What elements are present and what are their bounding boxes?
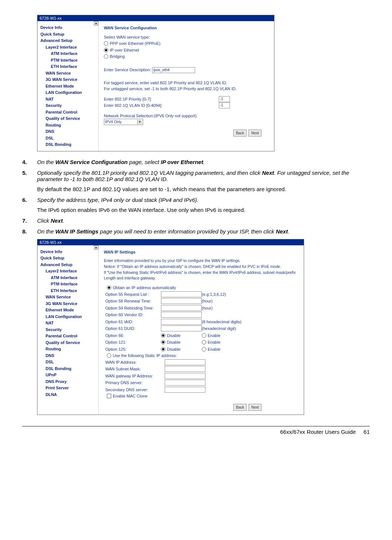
instruction-list: 4. On the WAN Service Configuration page… [22, 159, 370, 235]
wan-gw-label: WAN gateway IP Address: [105, 373, 165, 379]
sidebar-item[interactable]: ETH Interface [51, 288, 96, 294]
opt121-label: Option 121: [105, 339, 161, 346]
wan-ip-input[interactable] [165, 359, 205, 365]
step-number: 4. [22, 159, 37, 165]
sidebar-item[interactable]: Quality of Service [46, 340, 96, 346]
sidebar-item[interactable]: Security [46, 102, 96, 109]
sidebar-item[interactable]: Parental Control [46, 109, 96, 115]
radio-obtain-auto-label: Obtain an IP address automatically [113, 285, 176, 291]
back-button[interactable]: Back [233, 404, 247, 411]
sidebar-item[interactable]: DSL Bonding [46, 141, 96, 148]
back-button[interactable]: Back [233, 130, 247, 137]
sidebar-item[interactable]: Quality of Service [46, 115, 96, 122]
opt58-input[interactable] [161, 298, 202, 304]
opt61d-input[interactable] [161, 325, 202, 331]
radio-obtain-auto[interactable] [107, 285, 111, 290]
sidebar-item[interactable]: DNS [46, 353, 96, 359]
dns2-input[interactable] [165, 387, 205, 393]
step-number: 6. [22, 197, 37, 203]
opt125-disable-radio[interactable] [161, 347, 165, 351]
sidebar-item[interactable]: UPnP [46, 372, 96, 378]
dns1-label: Primary DNS server: [105, 380, 165, 386]
page-number: 61 [363, 429, 370, 435]
opt58-hint: (hour) [202, 298, 246, 304]
sidebar-item[interactable]: Device Info [40, 249, 96, 255]
mac-clone-checkbox[interactable] [107, 394, 111, 398]
wan-gw-input[interactable] [165, 373, 205, 379]
sidebar-item[interactable]: NAT [46, 96, 96, 102]
step-number: 7. [22, 217, 37, 224]
next-button[interactable]: Next [248, 404, 261, 411]
wan-mask-input[interactable] [165, 366, 205, 372]
sidebar-item[interactable]: Quick Setup [40, 255, 96, 261]
sidebar-item[interactable]: Security [46, 327, 96, 333]
sidebar-item[interactable]: Ethernet Mode [46, 307, 96, 313]
sidebar-item[interactable]: DSL [46, 359, 96, 365]
dns1-input[interactable] [165, 380, 205, 386]
sidebar-item[interactable]: Layer2 Interface [46, 44, 96, 50]
sidebar-item[interactable]: 3G WAN Service [46, 76, 96, 83]
sidebar-item[interactable]: Ethernet Mode [46, 83, 96, 89]
sidebar-item[interactable]: PTM Interface [51, 57, 96, 63]
service-desc-input[interactable]: ipoe_eth4 [152, 67, 195, 73]
chevron-down-icon: ▼ [137, 120, 142, 124]
opt121-enable-radio[interactable] [202, 340, 206, 344]
sidebar-item[interactable]: WAN Service [46, 70, 96, 76]
sidebar-item[interactable]: DNS [46, 128, 96, 135]
sidebar-item[interactable]: LAN Configuration [46, 89, 96, 96]
opt61i-label: Option 61 IAID: [105, 319, 161, 325]
sidebar-item[interactable]: DLNA [46, 392, 96, 398]
opt125-enable-radio[interactable] [202, 347, 206, 351]
radio-bridging[interactable] [104, 54, 108, 59]
opt61i-input[interactable] [161, 319, 202, 325]
vlan-input[interactable]: -1 [219, 102, 230, 108]
dns2-label: Secondary DNS server: [105, 387, 165, 393]
radio-pppoe[interactable] [104, 41, 108, 46]
radio-static-ip[interactable] [107, 353, 111, 358]
sidebar-item[interactable]: Routing [46, 122, 96, 128]
priority-label: Enter 802.1P Priority [0-7]: [104, 96, 152, 102]
scrollbar-up-icon[interactable]: ▲ [94, 245, 98, 250]
opt59-input[interactable] [161, 305, 202, 311]
sidebar-item[interactable]: Advanced Setup [40, 37, 96, 44]
sidebar-item[interactable]: ETH Interface [51, 63, 96, 70]
sidebar-item[interactable]: Parental Control [46, 333, 96, 339]
sidebar-item[interactable]: Routing [46, 346, 96, 352]
radio-ipoe-label: IP over Ethernet [110, 47, 139, 53]
sidebar-item[interactable]: ATM Interface [51, 50, 96, 57]
priority-input[interactable]: -1 [219, 96, 230, 102]
protocol-select[interactable]: IPV4 Only ▼ [104, 119, 143, 125]
nav-sidebar: ▲ Device InfoQuick SetupAdvanced SetupLa… [37, 21, 99, 151]
sidebar-item[interactable]: DSL Bonding [46, 366, 96, 372]
panel-heading: WAN Service Configuration [104, 25, 269, 31]
sidebar-item[interactable]: Print Server [46, 385, 96, 391]
sidebar-item[interactable]: 3G WAN Service [46, 301, 96, 307]
opt58-label: Option 58 Renewal Time: [105, 298, 161, 304]
protocol-select-value: IPV4 Only [105, 119, 122, 125]
step-note: By default the 802.1P and 802.1Q values … [37, 186, 370, 192]
radio-pppoe-label: PPP over Ethernet (PPPoE) [110, 40, 161, 47]
opt66-disable-radio[interactable] [161, 333, 165, 338]
sidebar-item[interactable]: DNS Proxy [46, 379, 96, 385]
sidebar-item[interactable]: Layer2 Interface [46, 268, 96, 274]
sidebar-item[interactable]: ATM Interface [51, 275, 96, 281]
sidebar-item[interactable]: DSL [46, 135, 96, 141]
radio-ipoe[interactable] [104, 48, 108, 52]
next-button[interactable]: Next [248, 130, 261, 137]
opt125-label: Option 125: [105, 346, 161, 353]
opt121-disable-radio[interactable] [161, 340, 165, 344]
sidebar-item[interactable]: PTM Interface [51, 281, 96, 287]
sidebar-item[interactable]: WAN Service [46, 294, 96, 300]
sidebar-item[interactable]: Quick Setup [40, 31, 96, 37]
sidebar-item[interactable]: Advanced Setup [40, 262, 96, 268]
sidebar-item[interactable]: LAN Configuration [46, 314, 96, 320]
sidebar-item[interactable]: Device Info [40, 24, 96, 31]
opt66-enable-radio[interactable] [202, 333, 206, 338]
scrollbar-up-icon[interactable]: ▲ [94, 21, 98, 26]
service-type-prompt: Select WAN service type: [104, 34, 269, 40]
sidebar-item[interactable]: NAT [46, 320, 96, 326]
opt55-input[interactable] [161, 291, 202, 297]
opt60-input[interactable] [161, 312, 202, 318]
opt61i-hint: (8 hexadecimal digits) [202, 319, 246, 325]
wan-ip-label: WAN IP Address: [105, 359, 165, 366]
